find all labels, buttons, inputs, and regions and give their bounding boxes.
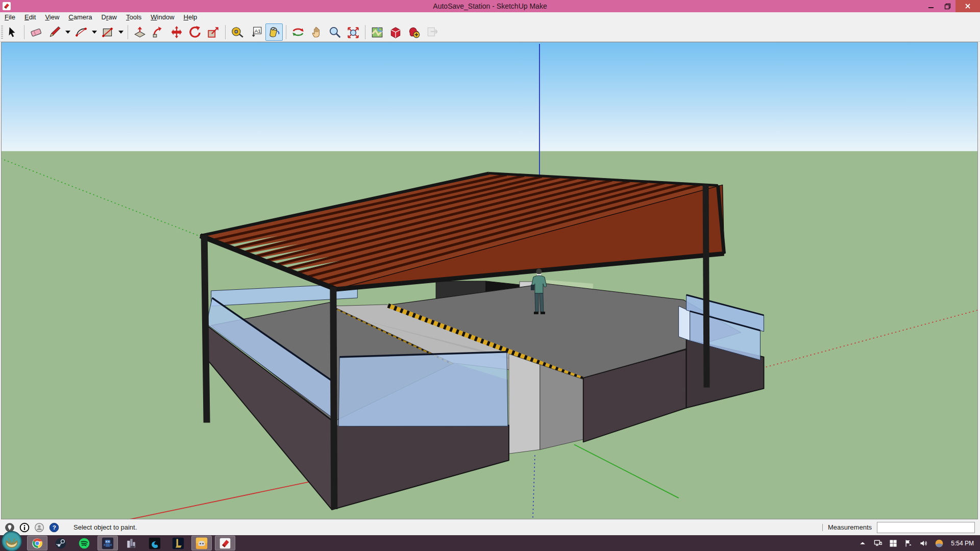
menu-tools[interactable]: Tools bbox=[121, 12, 146, 22]
taskbar-app-discord[interactable] bbox=[192, 536, 211, 550]
follow-me-tool-button[interactable] bbox=[150, 23, 167, 41]
app-swirl-icon bbox=[149, 537, 161, 549]
arc-dropdown-button[interactable] bbox=[90, 24, 99, 40]
menu-window[interactable]: Window bbox=[146, 12, 179, 22]
taskbar-app-app-swirl[interactable] bbox=[145, 536, 164, 550]
menu-edit[interactable]: Edit bbox=[20, 12, 40, 22]
line-dropdown-button[interactable] bbox=[64, 24, 72, 40]
tape-measure-tool-button[interactable] bbox=[229, 23, 246, 41]
svg-text:A1: A1 bbox=[255, 28, 261, 33]
sketchup-icon bbox=[219, 537, 231, 549]
taskbar-app-league-of-legends[interactable] bbox=[168, 536, 188, 550]
flag-tray-icon[interactable] bbox=[903, 538, 914, 549]
steam-icon bbox=[55, 537, 67, 549]
taskbar-app-sketchup[interactable] bbox=[215, 536, 235, 550]
chrome-icon bbox=[31, 537, 43, 549]
pan-tool-button[interactable] bbox=[308, 23, 325, 41]
follow-me-icon bbox=[152, 26, 165, 39]
status-bar: ? Select object to paint. Measurements bbox=[0, 519, 980, 535]
app-buildings-icon bbox=[125, 537, 137, 549]
menu-view[interactable]: View bbox=[40, 12, 64, 22]
start-button[interactable] bbox=[1, 531, 22, 551]
line-tool-button[interactable] bbox=[46, 23, 63, 41]
taskbar: 5:54 PM bbox=[0, 535, 980, 551]
windows-tray-icon[interactable] bbox=[888, 538, 899, 549]
menu-draw[interactable]: Draw bbox=[97, 12, 121, 22]
discord-icon bbox=[195, 537, 208, 549]
paint-bucket-tool-button[interactable] bbox=[265, 23, 283, 41]
rectangle-tool-button[interactable] bbox=[99, 23, 116, 41]
account-tray-icon[interactable] bbox=[934, 538, 945, 549]
toolbar: A1 bbox=[0, 22, 980, 42]
paint-bucket-icon bbox=[267, 26, 281, 39]
sign-in-icon[interactable] bbox=[34, 522, 44, 533]
orbit-tool-button[interactable] bbox=[289, 23, 307, 41]
measurements-input[interactable] bbox=[877, 522, 975, 533]
share-model-tool-button[interactable] bbox=[405, 23, 423, 41]
taskbar-app-spotify[interactable] bbox=[75, 536, 94, 550]
restore-button[interactable] bbox=[939, 0, 955, 12]
send-to-layout-tool-button[interactable] bbox=[424, 23, 441, 41]
rotate-tool-button[interactable] bbox=[186, 23, 204, 41]
arc-tool-button[interactable] bbox=[72, 23, 90, 41]
spotify-icon bbox=[78, 537, 90, 549]
close-icon bbox=[965, 3, 971, 9]
volume-tray-icon[interactable] bbox=[918, 538, 929, 549]
viewport-3d[interactable] bbox=[1, 42, 978, 519]
close-button[interactable] bbox=[955, 0, 980, 12]
menu-camera[interactable]: Camera bbox=[64, 12, 96, 22]
orbit-icon bbox=[291, 26, 305, 39]
start-icon bbox=[1, 531, 22, 551]
restore-icon bbox=[944, 3, 951, 10]
layout-icon bbox=[426, 26, 439, 39]
toolbar-separator bbox=[286, 25, 286, 39]
measurements-label: Measurements bbox=[828, 523, 872, 531]
taskbar-app-app-robot[interactable] bbox=[98, 536, 117, 550]
move-icon bbox=[170, 26, 183, 39]
divider bbox=[822, 524, 823, 531]
text-tool-button[interactable]: A1 bbox=[247, 23, 264, 41]
zoom-icon bbox=[328, 26, 341, 39]
move-tool-button[interactable] bbox=[168, 23, 185, 41]
add-location-tool-button[interactable] bbox=[369, 23, 386, 41]
scale-tool-button[interactable] bbox=[205, 23, 222, 41]
network-tray-icon[interactable] bbox=[872, 538, 884, 549]
select-tool-button[interactable] bbox=[4, 23, 21, 41]
chevron-up-tray-icon[interactable] bbox=[857, 538, 868, 549]
chevron-down-icon bbox=[118, 31, 124, 34]
chevron-down-icon bbox=[92, 31, 97, 34]
eraser-tool-button[interactable] bbox=[28, 23, 45, 41]
rectangle-dropdown-button[interactable] bbox=[117, 24, 125, 40]
front-post bbox=[330, 287, 337, 509]
add-location-icon bbox=[371, 26, 384, 39]
menu-file[interactable]: File bbox=[0, 12, 20, 22]
taskbar-app-chrome[interactable] bbox=[28, 536, 47, 550]
menu-bar: FileEditViewCameraDrawToolsWindowHelp bbox=[0, 12, 980, 22]
help-icon[interactable]: ? bbox=[49, 522, 59, 533]
taskbar-app-steam[interactable] bbox=[51, 536, 70, 550]
sketchup-window: AutoSave_Station - SketchUp Make FileEdi… bbox=[0, 0, 980, 551]
menu-help[interactable]: Help bbox=[179, 12, 202, 22]
warehouse-tool-button[interactable] bbox=[387, 23, 404, 41]
push-pull-icon bbox=[133, 26, 146, 39]
title-bar[interactable]: AutoSave_Station - SketchUp Make bbox=[0, 0, 980, 12]
tape-measure-icon bbox=[231, 26, 244, 39]
select-icon bbox=[6, 26, 19, 39]
toolbar-separator bbox=[225, 25, 226, 39]
rectangle-icon bbox=[101, 26, 114, 39]
sky bbox=[2, 42, 977, 152]
minimize-button[interactable] bbox=[923, 0, 939, 12]
right-post bbox=[703, 184, 710, 387]
text-icon: A1 bbox=[249, 26, 262, 39]
svg-text:?: ? bbox=[53, 524, 56, 531]
zoom-extents-tool-button[interactable] bbox=[345, 23, 362, 41]
window-title: AutoSave_Station - SketchUp Make bbox=[0, 0, 980, 12]
share-model-icon bbox=[407, 26, 421, 39]
zoom-tool-button[interactable] bbox=[326, 23, 344, 41]
push-pull-tool-button[interactable] bbox=[131, 23, 149, 41]
taskbar-app-app-buildings[interactable] bbox=[121, 536, 141, 550]
line-icon bbox=[48, 26, 61, 39]
scale-icon bbox=[207, 26, 220, 39]
eraser-icon bbox=[30, 26, 43, 39]
toolbar-gripper[interactable] bbox=[1, 24, 3, 40]
